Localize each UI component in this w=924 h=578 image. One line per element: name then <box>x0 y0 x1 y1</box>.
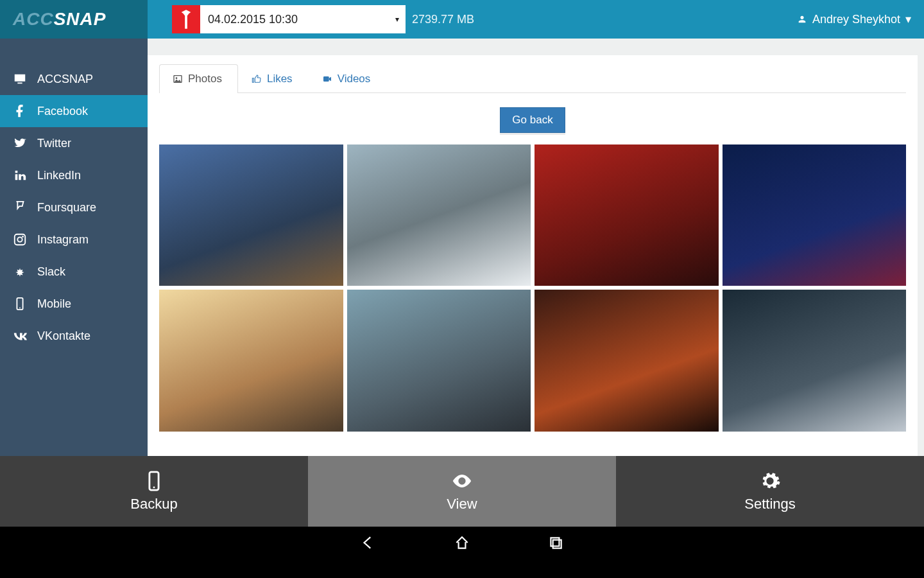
bottom-nav-label: Backup <box>130 496 177 512</box>
photo-thumbnail[interactable] <box>535 290 719 431</box>
phone-icon <box>143 470 165 492</box>
app-body: ACCSNAP Facebook Twitter LinkedIn Foursq… <box>0 39 924 456</box>
sidebar-item-foursquare[interactable]: Foursquare <box>0 191 148 223</box>
sidebar-item-vkontakte[interactable]: VKontakte <box>0 320 148 352</box>
sidebar-item-label: ACCSNAP <box>37 73 93 86</box>
android-home-icon[interactable] <box>454 534 470 551</box>
user-menu[interactable]: Andrey Sheykhot ▾ <box>797 12 911 26</box>
facebook-icon <box>13 104 27 118</box>
svg-point-4 <box>19 308 21 309</box>
app-window: ACCSNAP 04.02.2015 10:30 2739.77 MB Andr… <box>0 0 924 527</box>
tab-likes[interactable]: Likes <box>238 64 309 93</box>
twitter-icon <box>13 136 27 150</box>
svg-rect-12 <box>553 540 561 548</box>
user-name-label: Andrey Sheykhot <box>812 13 900 26</box>
sidebar-item-twitter[interactable]: Twitter <box>0 127 148 159</box>
sidebar-item-label: Foursquare <box>37 201 96 215</box>
bottom-nav-label: Settings <box>744 496 796 512</box>
go-back-button[interactable]: Go back <box>500 107 565 133</box>
tab-photos[interactable]: Photos <box>159 64 238 93</box>
svg-point-6 <box>176 77 178 79</box>
svg-rect-11 <box>551 538 559 546</box>
video-icon <box>322 74 332 84</box>
instagram-icon <box>13 232 27 247</box>
content-card: Photos Likes Videos Go back <box>148 55 918 456</box>
logo-part-acc: ACC <box>13 9 54 30</box>
sidebar-item-instagram[interactable]: Instagram <box>0 223 148 256</box>
tab-label: Photos <box>188 73 222 85</box>
sidebar-item-label: VKontakte <box>37 329 90 343</box>
user-icon <box>797 14 807 24</box>
content-tabs: Photos Likes Videos <box>159 64 906 93</box>
android-recent-icon[interactable] <box>547 534 564 551</box>
sidebar-item-facebook[interactable]: Facebook <box>0 95 148 127</box>
photo-thumbnail[interactable] <box>159 144 343 286</box>
svg-rect-0 <box>15 234 26 245</box>
foursquare-icon <box>13 200 27 215</box>
svg-point-10 <box>460 479 464 483</box>
sidebar-item-accsnap[interactable]: ACCSNAP <box>0 63 148 95</box>
sidebar-item-label: Mobile <box>37 297 71 311</box>
photo-thumbnail[interactable] <box>159 290 343 431</box>
tesla-t-icon <box>172 5 200 33</box>
logo-part-snap: SNAP <box>54 9 107 30</box>
app-logo: ACCSNAP <box>0 0 148 39</box>
photo-thumbnail[interactable] <box>535 144 719 286</box>
photo-grid <box>159 144 906 432</box>
slack-icon <box>13 265 27 279</box>
tab-label: Likes <box>267 73 293 85</box>
mobile-icon <box>13 297 27 311</box>
snapshot-date-select[interactable]: 04.02.2015 10:30 <box>200 5 406 33</box>
sidebar-item-linkedin[interactable]: LinkedIn <box>0 159 148 191</box>
snapshot-date-select-wrap: 04.02.2015 10:30 <box>200 5 406 33</box>
photo-thumbnail[interactable] <box>347 290 531 431</box>
sidebar-item-label: Facebook <box>37 105 88 118</box>
account-avatar-icon[interactable] <box>172 5 200 33</box>
svg-rect-7 <box>323 76 329 82</box>
go-back-row: Go back <box>159 93 906 144</box>
photo-thumbnail[interactable] <box>723 290 907 431</box>
gear-icon <box>759 470 781 492</box>
tab-videos[interactable]: Videos <box>309 64 387 93</box>
monitor-icon <box>13 72 27 86</box>
bottom-nav-label: View <box>447 496 477 512</box>
sidebar-item-label: Twitter <box>37 137 71 150</box>
photo-thumbnail[interactable] <box>347 144 531 286</box>
photo-thumbnail[interactable] <box>723 144 907 286</box>
thumbs-up-icon <box>252 74 262 84</box>
top-bar: ACCSNAP 04.02.2015 10:30 2739.77 MB Andr… <box>0 0 924 39</box>
sidebar-item-label: LinkedIn <box>37 169 81 182</box>
image-icon <box>173 74 183 84</box>
android-back-icon[interactable] <box>360 534 377 551</box>
caret-down-icon: ▾ <box>905 12 911 26</box>
tab-label: Videos <box>338 73 371 85</box>
svg-point-1 <box>17 237 22 241</box>
sidebar-item-label: Instagram <box>37 233 89 247</box>
sidebar: ACCSNAP Facebook Twitter LinkedIn Foursq… <box>0 39 148 456</box>
vk-icon <box>13 329 27 343</box>
bottom-nav-settings[interactable]: Settings <box>616 456 924 527</box>
bottom-nav-view[interactable]: View <box>308 456 616 527</box>
sidebar-item-label: Slack <box>37 265 65 279</box>
svg-point-9 <box>153 487 155 489</box>
svg-point-2 <box>22 236 24 238</box>
bottom-nav: Backup View Settings <box>0 456 924 527</box>
sidebar-item-mobile[interactable]: Mobile <box>0 288 148 320</box>
sidebar-item-slack[interactable]: Slack <box>0 256 148 288</box>
eye-icon <box>451 470 473 492</box>
android-nav-wrap <box>0 527 924 578</box>
main-content: Photos Likes Videos Go back <box>148 39 924 456</box>
android-system-bar <box>0 527 924 559</box>
storage-size-label: 2739.77 MB <box>412 13 474 26</box>
bottom-nav-backup[interactable]: Backup <box>0 456 308 527</box>
linkedin-icon <box>13 168 27 182</box>
